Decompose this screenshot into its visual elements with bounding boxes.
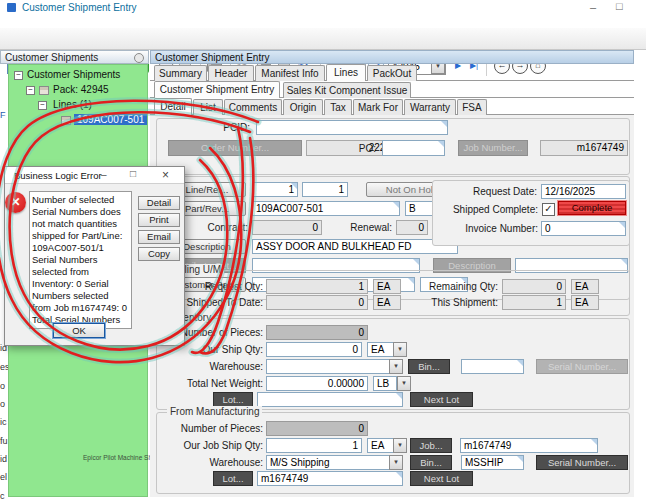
inv-weight-label: Total Net Weight: xyxy=(153,378,263,389)
tab-comments[interactable]: Comments xyxy=(224,99,282,115)
tree-node-root[interactable]: Customer Shipments xyxy=(27,69,120,80)
shipped-complete-checkbox[interactable]: ✓ xyxy=(542,203,555,216)
mfg-job-button[interactable]: Job... xyxy=(410,438,452,453)
inv-bin-button[interactable]: Bin... xyxy=(408,359,450,374)
order-number-button: Order Number... xyxy=(168,140,302,156)
inv-weight-input[interactable]: 0.00000 xyxy=(266,376,368,391)
request-qty-uom: EA xyxy=(373,279,401,294)
mfg-job-qty-uom[interactable]: EA xyxy=(367,438,394,453)
job-number-value: m1674749 xyxy=(540,140,628,156)
line-input[interactable]: 1 xyxy=(252,182,298,197)
request-qty-label: Request Qty: xyxy=(173,281,263,292)
package-icon xyxy=(39,86,49,95)
inv-bin-input[interactable] xyxy=(461,359,524,374)
tab-mark-for[interactable]: Mark For xyxy=(353,99,403,115)
shipped-to-date-value: 0 xyxy=(266,295,368,310)
inv-next-lot-button[interactable]: Next Lot xyxy=(410,392,473,407)
mfg-bin-button[interactable]: Bin... xyxy=(410,455,452,470)
edge-fragment: id xyxy=(0,454,7,464)
edge-fragment: c xyxy=(0,491,5,500)
pcid-label: PCID: xyxy=(192,122,250,133)
remaining-qty-value: 0 xyxy=(502,279,566,294)
inv-warehouse-combobox[interactable] xyxy=(266,359,390,374)
mfg-job-qty-dropdown-icon[interactable]: ▾ xyxy=(393,438,407,453)
part-input[interactable]: 109AC007-501 xyxy=(252,201,400,216)
mfg-lot-input[interactable]: m1674749 xyxy=(257,471,403,486)
main-caption: Customer Shipment Entry xyxy=(150,50,634,64)
tab-packout[interactable]: PackOut xyxy=(367,65,417,81)
tab-customer-shipment-entry[interactable]: Customer Shipment Entry xyxy=(154,81,280,98)
pin-icon[interactable] xyxy=(134,53,144,63)
tab-detail[interactable]: Detail xyxy=(154,98,192,115)
tab-header[interactable]: Header xyxy=(208,65,254,81)
tab-row-3: Detail List Comments Origin Tax Mark For… xyxy=(150,98,634,115)
tree-node-pack[interactable]: Pack: 42945 xyxy=(53,84,109,95)
app-window: Customer Shipment Entry – □ File Edit To… xyxy=(0,0,646,500)
tab-summary[interactable]: Summary xyxy=(154,65,207,81)
dialog-ok-button[interactable]: OK xyxy=(53,323,105,338)
edge-fragment: fu xyxy=(0,436,8,446)
tree-node-part-selected[interactable]: 109AC007-501 xyxy=(74,114,147,125)
edge-fragment: el xyxy=(0,472,7,482)
edge-fragment: F xyxy=(0,110,6,120)
expand-icon[interactable]: − xyxy=(26,86,35,95)
expand-icon[interactable]: − xyxy=(14,71,23,80)
expand-icon[interactable]: − xyxy=(38,101,47,110)
tab-manifest-info[interactable]: Manifest Info xyxy=(255,65,325,81)
error-message-text: Number of selected Serial Numbers does n… xyxy=(32,194,129,329)
inv-lot-button[interactable]: Lot... xyxy=(213,392,253,407)
minimize-button[interactable]: – xyxy=(590,1,596,13)
tab-origin[interactable]: Origin xyxy=(283,99,323,115)
inv-weight-dropdown-icon[interactable]: ▾ xyxy=(397,376,411,391)
dialog-detail-button[interactable]: Detail xyxy=(138,196,180,210)
mfg-warehouse-dropdown-icon[interactable]: ▾ xyxy=(389,455,403,470)
tab-lines[interactable]: Lines xyxy=(326,64,366,81)
inv-lot-input[interactable] xyxy=(257,392,403,407)
tab-warranty[interactable]: Warranty xyxy=(404,99,456,115)
inv-weight-uom[interactable]: LB xyxy=(373,376,397,391)
tab-list[interactable]: List xyxy=(193,99,223,115)
pcid-input[interactable] xyxy=(256,120,448,135)
mfg-serial-number-button[interactable]: Serial Number... xyxy=(536,455,628,470)
mfg-bin-input[interactable]: MSSHIP xyxy=(461,455,524,470)
mfg-warehouse-combobox[interactable]: M/S Shipping xyxy=(266,455,390,470)
po-input[interactable] xyxy=(382,140,445,156)
dialog-email-button[interactable]: Email xyxy=(138,230,180,244)
remaining-qty-uom: EA xyxy=(571,279,599,294)
inv-ship-qty-dropdown-icon[interactable]: ▾ xyxy=(393,342,407,357)
tab-tax[interactable]: Tax xyxy=(324,99,352,115)
dialog-minimize-icon[interactable]: – xyxy=(101,169,107,180)
tab-row-1: Summary Header Manifest Info Lines PackO… xyxy=(150,64,634,81)
menu-bar: File Edit Tools Actions ▾ Help xyxy=(0,14,646,28)
inv-warehouse-dropdown-icon[interactable]: ▾ xyxy=(389,359,403,374)
dialog-close-icon[interactable]: × xyxy=(162,168,169,182)
release-input[interactable]: 1 xyxy=(302,182,348,197)
watermark-text: Epicor Pilot Machine Shop xyxy=(83,454,159,461)
tab-fsa[interactable]: FSA xyxy=(457,99,487,115)
mfg-next-lot-button[interactable]: Next Lot xyxy=(410,471,473,486)
renewal-label: Renewal: xyxy=(306,222,392,233)
dialog-print-button[interactable]: Print xyxy=(138,213,180,227)
mfg-job-qty-input[interactable]: 1 xyxy=(266,438,362,453)
maximize-button[interactable]: □ xyxy=(616,0,623,12)
inv-ship-qty-input[interactable]: 0 xyxy=(266,342,362,357)
manufacturing-legend: From Manufacturing xyxy=(167,406,262,417)
dialog-maximize-icon[interactable]: □ xyxy=(130,168,136,179)
remaining-qty-label: Remaining Qty: xyxy=(398,281,498,292)
request-date-value[interactable]: 12/16/2025 xyxy=(541,184,626,199)
tree-node-lines[interactable]: Lines (1) xyxy=(53,99,92,110)
dialog-copy-button[interactable]: Copy xyxy=(138,247,180,261)
renewal-value: 0 xyxy=(396,220,428,235)
tab-sales-kit-component-issue[interactable]: Sales Kit Component Issue xyxy=(283,82,411,98)
tree-caption-label: Customer Shipments xyxy=(5,52,98,63)
inv-ship-qty-uom[interactable]: EA xyxy=(367,342,394,357)
inv-serial-number-button: Serial Number... xyxy=(536,359,628,374)
edge-fragment: o xyxy=(0,399,5,409)
mfg-job-input[interactable]: m1674749 xyxy=(460,438,598,453)
complete-button[interactable]: Complete xyxy=(558,201,626,215)
error-dialog: Business Logic Error – □ × ✕ Number of s… xyxy=(4,166,185,346)
invoice-number-value: 0 xyxy=(541,221,626,236)
window-title: Customer Shipment Entry xyxy=(22,2,137,13)
mfg-lot-button[interactable]: Lot... xyxy=(213,471,253,486)
description-input[interactable]: ASSY DOOR AND BULKHEAD FD xyxy=(252,239,458,254)
